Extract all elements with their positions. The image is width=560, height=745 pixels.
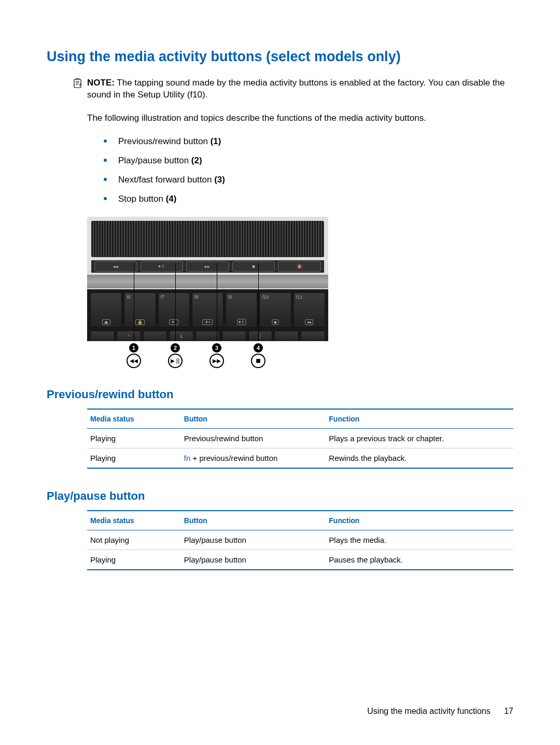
callout-number: 3: [212, 343, 221, 353]
page-number: 17: [504, 707, 513, 715]
key-eject: ⏏: [90, 292, 122, 328]
callout-number: 1: [129, 343, 138, 353]
keyboard-illustration: ◂◂ ▸॥ ▸▸ ■ 🔇 ⏏ f6🔒 f7☀- f8☀+ f9▸॥ f10■ f…: [87, 217, 328, 372]
callout-1: 1 ◂◂: [134, 263, 134, 341]
stop-icon: ■: [232, 261, 275, 272]
table-cell: Rewinds the playback.: [326, 448, 513, 468]
table-row: Playing fn + previous/rewind button Rewi…: [87, 448, 513, 468]
key-f6: f6🔒: [124, 292, 156, 328]
stop-icon: ■: [251, 354, 265, 368]
callout-3: 3 ▸▸: [217, 263, 217, 341]
table-row: Playing Play/pause button Pauses the pla…: [87, 550, 513, 570]
next-ff-icon: ▸▸: [186, 261, 229, 272]
section-heading-prev-rewind: Previous/rewind button: [47, 388, 513, 401]
mute-icon: 🔇: [278, 261, 321, 272]
key-f9: f9▸॥: [226, 292, 257, 328]
table-cell: Playing: [87, 550, 181, 570]
hinge-strip: [87, 275, 328, 288]
note-block: NOTE: The tapping sound made by the medi…: [73, 77, 513, 101]
play-pause-icon: ▸॥: [168, 354, 183, 368]
fn-key-label: fn: [184, 454, 191, 462]
section-heading-play-pause: Play/pause button: [47, 489, 513, 503]
page-heading: Using the media activity buttons (select…: [47, 49, 513, 65]
table-header: Button: [181, 511, 326, 530]
note-icon: [73, 78, 83, 92]
svg-rect-0: [74, 79, 81, 88]
bullet-item: Next/fast forward button (3): [104, 174, 513, 186]
callout-number: 2: [171, 343, 180, 353]
bullet-item: Previous/rewind button (1): [104, 136, 513, 148]
bullet-list: Previous/rewind button (1) Play/pause bu…: [47, 136, 513, 205]
table-header: Function: [326, 511, 513, 530]
play-pause-icon: ▸॥: [141, 261, 184, 272]
prev-rewind-table: Media status Button Function Playing Pre…: [87, 409, 513, 469]
key-f11: f11◂◂: [293, 292, 325, 328]
bullet-item: Stop button (4): [104, 193, 513, 205]
table-cell: Plays the media.: [326, 530, 513, 550]
table-cell: Plays a previous track or chapter.: [326, 428, 513, 448]
table-cell: Play/pause button: [181, 530, 326, 550]
table-cell: Previous/rewind button: [181, 428, 326, 448]
media-button-bar: ◂◂ ▸॥ ▸▸ ■ 🔇: [91, 260, 324, 273]
play-pause-table: Media status Button Function Not playing…: [87, 510, 513, 570]
footer-text: Using the media activity functions: [367, 707, 490, 715]
table-header: Button: [181, 409, 326, 429]
table-cell: Play/pause button: [181, 550, 326, 570]
table-cell: Playing: [87, 428, 181, 448]
bullet-item: Play/pause button (2): [104, 155, 513, 167]
table-cell: fn + previous/rewind button: [181, 448, 326, 468]
prev-rewind-icon: ◂◂: [127, 354, 141, 368]
function-key-row: ⏏ f6🔒 f7☀- f8☀+ f9▸॥ f10■ f11◂◂: [87, 289, 328, 331]
table-row: Not playing Play/pause button Plays the …: [87, 530, 513, 550]
key-f8: f8☀+: [192, 292, 223, 328]
table-cell: Pauses the playback.: [326, 550, 513, 570]
callout-4: 4 ■: [258, 263, 259, 341]
number-key-row: ^ & (: [87, 331, 328, 342]
callout-2: 2 ▸॥: [175, 263, 176, 341]
key-f7: f7☀-: [158, 292, 190, 328]
table-row: Playing Previous/rewind button Plays a p…: [87, 428, 513, 448]
note-label: NOTE:: [87, 78, 115, 88]
table-cell: Playing: [87, 448, 181, 468]
callout-number: 4: [254, 343, 263, 353]
table-header: Media status: [87, 511, 181, 530]
note-text: The tapping sound made by the media acti…: [87, 78, 505, 100]
next-ff-icon: ▸▸: [209, 354, 224, 368]
speaker-grille: [91, 221, 324, 257]
table-header: Media status: [87, 409, 181, 429]
prev-rewind-icon: ◂◂: [94, 261, 137, 272]
page-footer: Using the media activity functions 17: [367, 707, 513, 716]
table-header: Function: [326, 409, 513, 429]
key-f10: f10■: [259, 292, 291, 328]
intro-paragraph: The following illustration and topics de…: [87, 113, 513, 124]
table-cell: Not playing: [87, 530, 181, 550]
